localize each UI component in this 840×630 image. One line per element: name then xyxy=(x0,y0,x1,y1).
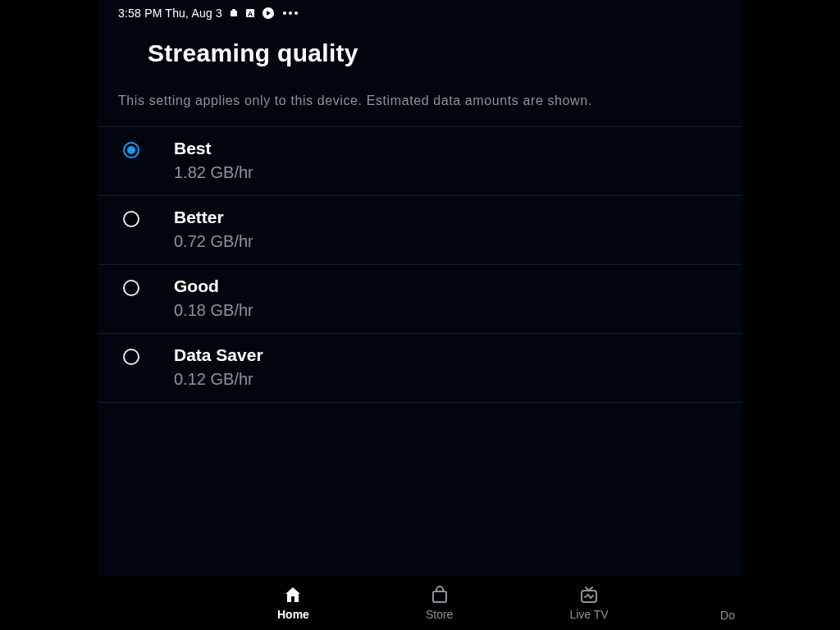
svg-rect-0 xyxy=(231,11,237,16)
app-icon-1 xyxy=(229,8,239,18)
svg-rect-1 xyxy=(232,9,235,11)
bottom-nav: Home Store Live TV Do xyxy=(98,576,742,630)
option-data-saver[interactable]: Data Saver 0.12 GB/hr xyxy=(98,333,742,403)
option-text: Best 1.82 GB/hr xyxy=(174,139,253,182)
status-time: 3:58 PM Thu, Aug 3 xyxy=(118,7,222,20)
nav-store[interactable]: Store xyxy=(426,585,453,621)
page-title: Streaming quality xyxy=(98,25,742,84)
option-label: Better xyxy=(174,208,253,227)
nav-live-tv[interactable]: Live TV xyxy=(569,585,608,621)
option-text: Better 0.72 GB/hr xyxy=(174,208,253,251)
option-sub: 1.82 GB/hr xyxy=(174,163,253,182)
option-label: Best xyxy=(174,139,253,158)
radio-selected-icon[interactable] xyxy=(123,142,139,158)
nav-label: Home xyxy=(277,608,309,621)
option-sub: 0.18 GB/hr xyxy=(174,301,253,320)
app-icon-2: A xyxy=(245,8,255,18)
radio-unselected-icon[interactable] xyxy=(123,211,139,227)
nav-label: Store xyxy=(426,608,453,621)
play-circle-icon xyxy=(262,7,275,20)
home-icon xyxy=(283,585,303,605)
radio-unselected-icon[interactable] xyxy=(123,280,139,296)
more-icon[interactable] xyxy=(283,11,298,15)
option-better[interactable]: Better 0.72 GB/hr xyxy=(98,195,742,264)
option-text: Good 0.18 GB/hr xyxy=(174,276,253,320)
option-sub: 0.72 GB/hr xyxy=(174,232,253,251)
option-sub: 0.12 GB/hr xyxy=(174,370,263,389)
store-icon xyxy=(430,585,450,605)
option-text: Data Saver 0.12 GB/hr xyxy=(174,345,263,389)
tv-icon xyxy=(579,585,599,605)
option-label: Data Saver xyxy=(174,345,263,365)
options-list: Best 1.82 GB/hr Better 0.72 GB/hr Good 0… xyxy=(98,126,742,403)
svg-text:A: A xyxy=(248,10,253,18)
nav-home[interactable]: Home xyxy=(277,585,309,621)
nav-partial[interactable]: Do xyxy=(720,609,735,622)
status-bar: 3:58 PM Thu, Aug 3 A xyxy=(98,0,742,25)
option-label: Good xyxy=(174,276,253,296)
option-good[interactable]: Good 0.18 GB/hr xyxy=(98,264,742,333)
page-description: This setting applies only to this device… xyxy=(98,84,742,126)
option-best[interactable]: Best 1.82 GB/hr xyxy=(98,126,742,195)
app-screen: 3:58 PM Thu, Aug 3 A Streaming quality T… xyxy=(98,0,742,630)
nav-label: Live TV xyxy=(569,608,608,621)
svg-rect-6 xyxy=(433,591,446,602)
radio-unselected-icon[interactable] xyxy=(123,349,139,365)
